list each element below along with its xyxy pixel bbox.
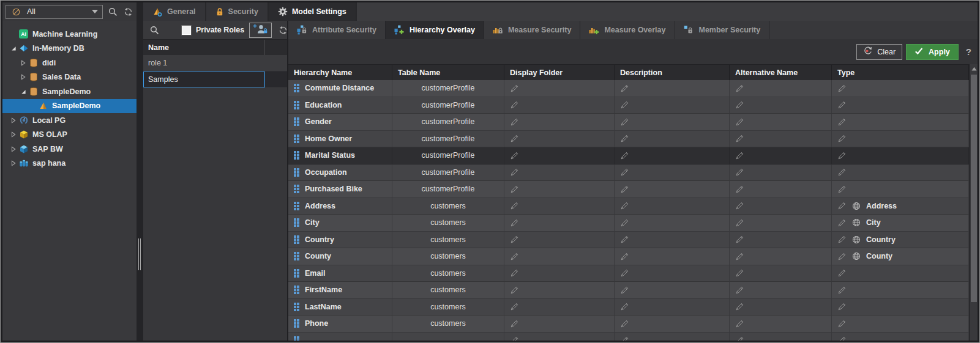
pencil-edit-icon[interactable] <box>620 185 629 194</box>
clear-button[interactable]: Clear <box>856 44 902 60</box>
pencil-edit-icon[interactable] <box>735 151 744 160</box>
pencil-edit-icon[interactable] <box>620 117 629 127</box>
table-row-purchased-bike[interactable]: Purchased BikecustomerProfile <box>288 181 969 198</box>
search-icon[interactable] <box>149 24 160 36</box>
expander-collapsed-icon[interactable] <box>9 117 18 124</box>
vertical-scrollbar[interactable] <box>969 64 978 341</box>
pencil-edit-icon[interactable] <box>735 336 744 341</box>
pencil-edit-icon[interactable] <box>620 168 629 177</box>
tab-member-security[interactable]: Member Security <box>675 21 770 39</box>
expander-collapsed-icon[interactable] <box>9 160 18 166</box>
pencil-edit-icon[interactable] <box>837 252 847 261</box>
drag-grip-icon[interactable] <box>294 269 299 278</box>
tree-item-machine-learning[interactable]: AIMachine Learning <box>2 27 137 42</box>
pencil-edit-icon[interactable] <box>620 218 629 227</box>
table-row-occupation[interactable]: OccupationcustomerProfile <box>288 164 969 182</box>
pencil-edit-icon[interactable] <box>510 252 519 261</box>
table-row-gender[interactable]: GendercustomerProfile <box>288 114 969 131</box>
filter-dropdown[interactable]: All <box>6 5 103 19</box>
role-name[interactable]: role 1 <box>143 55 265 72</box>
expander-collapsed-icon[interactable] <box>18 60 28 66</box>
tab-attribute-security[interactable]: Attribute Security <box>288 21 386 39</box>
pencil-edit-icon[interactable] <box>510 168 519 177</box>
pencil-edit-icon[interactable] <box>837 117 847 127</box>
drag-grip-icon[interactable] <box>294 303 299 311</box>
splitter-grip-icon[interactable] <box>138 238 141 270</box>
drag-grip-icon[interactable] <box>294 202 299 210</box>
drag-grip-icon[interactable] <box>294 218 299 227</box>
pencil-edit-icon[interactable] <box>510 100 519 109</box>
drag-grip-icon[interactable] <box>294 135 299 143</box>
pencil-edit-icon[interactable] <box>620 286 629 295</box>
refresh-icon[interactable] <box>277 24 288 36</box>
tree-item-in-memory-db[interactable]: In-Memory DB <box>2 42 137 56</box>
pencil-edit-icon[interactable] <box>620 302 629 311</box>
tab-model-settings[interactable]: Model Settings <box>269 2 357 21</box>
table-row-country[interactable]: CountrycustomersCountry <box>288 232 969 249</box>
pencil-edit-icon[interactable] <box>510 302 519 311</box>
tree-item-sap-hana[interactable]: sap hana <box>2 157 137 171</box>
pencil-edit-icon[interactable] <box>837 100 847 109</box>
pencil-edit-icon[interactable] <box>620 319 629 328</box>
drag-grip-icon[interactable] <box>294 336 299 341</box>
drag-grip-icon[interactable] <box>294 235 299 244</box>
column-header-description[interactable]: Description <box>615 65 730 80</box>
pencil-edit-icon[interactable] <box>837 168 847 177</box>
pencil-edit-icon[interactable] <box>735 268 744 278</box>
pencil-edit-icon[interactable] <box>735 235 744 244</box>
pencil-edit-icon[interactable] <box>837 319 847 328</box>
tab-measure-overlay[interactable]: Measure Overlay <box>580 21 675 39</box>
column-header-table-name[interactable]: Table Name <box>392 65 504 80</box>
table-row-commute-distance[interactable]: Commute DistancecustomerProfile <box>288 80 969 97</box>
drag-grip-icon[interactable] <box>294 84 299 92</box>
pencil-edit-icon[interactable] <box>510 185 519 194</box>
pencil-edit-icon[interactable] <box>510 218 519 227</box>
pencil-edit-icon[interactable] <box>735 201 744 210</box>
scroll-up-icon[interactable] <box>970 64 978 73</box>
scrollbar-thumb[interactable] <box>971 75 977 302</box>
pencil-edit-icon[interactable] <box>837 336 847 341</box>
private-roles-checkbox[interactable] <box>182 26 191 35</box>
search-icon[interactable] <box>107 6 118 18</box>
pencil-edit-icon[interactable] <box>735 168 744 177</box>
pencil-edit-icon[interactable] <box>837 185 847 194</box>
table-row[interactable] <box>288 333 969 341</box>
add-role-button[interactable] <box>249 23 272 38</box>
table-row-county[interactable]: CountycustomersCounty <box>288 248 969 265</box>
role-row-samples[interactable]: Samples <box>143 72 287 88</box>
pencil-edit-icon[interactable] <box>837 151 847 160</box>
pencil-edit-icon[interactable] <box>620 252 629 261</box>
pencil-edit-icon[interactable] <box>510 134 519 143</box>
expander-expanded-icon[interactable] <box>9 45 18 51</box>
pencil-edit-icon[interactable] <box>510 286 519 295</box>
pencil-edit-icon[interactable] <box>510 84 519 93</box>
pencil-edit-icon[interactable] <box>510 319 519 328</box>
table-row-lastname[interactable]: LastNamecustomers <box>288 299 969 316</box>
apply-button[interactable]: Apply <box>906 44 959 60</box>
pencil-edit-icon[interactable] <box>735 117 744 127</box>
tree-item-sap-bw[interactable]: SAP BW <box>2 142 137 157</box>
pencil-edit-icon[interactable] <box>837 218 847 227</box>
table-row-firstname[interactable]: FirstNamecustomers <box>288 282 969 299</box>
help-button[interactable]: ? <box>966 46 971 57</box>
pencil-edit-icon[interactable] <box>510 235 519 244</box>
expander-collapsed-icon[interactable] <box>18 74 28 80</box>
tree-item-local-pg[interactable]: Local PG <box>2 113 137 128</box>
pencil-edit-icon[interactable] <box>735 218 744 227</box>
pencil-edit-icon[interactable] <box>735 84 744 93</box>
role-row-role-1[interactable]: role 1 <box>143 55 287 72</box>
pencil-edit-icon[interactable] <box>837 302 847 311</box>
pencil-edit-icon[interactable] <box>510 201 519 210</box>
drag-grip-icon[interactable] <box>294 151 299 160</box>
tree-item-didi[interactable]: didi <box>2 56 137 70</box>
drag-grip-icon[interactable] <box>294 286 299 294</box>
table-row-phone[interactable]: Phonecustomers <box>288 315 969 333</box>
pencil-edit-icon[interactable] <box>837 286 847 295</box>
pencil-edit-icon[interactable] <box>620 336 629 341</box>
pencil-edit-icon[interactable] <box>510 117 519 127</box>
pencil-edit-icon[interactable] <box>837 235 847 244</box>
drag-grip-icon[interactable] <box>294 117 299 126</box>
pencil-edit-icon[interactable] <box>620 235 629 244</box>
table-row-marital-status[interactable]: Marital StatuscustomerProfile <box>288 147 969 164</box>
drag-grip-icon[interactable] <box>294 185 299 193</box>
